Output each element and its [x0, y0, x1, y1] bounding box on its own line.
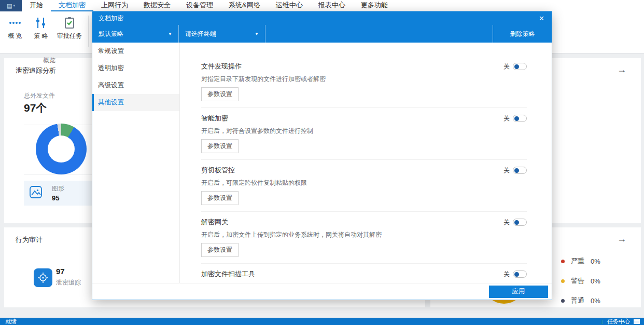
download-arrow-icon[interactable]: ↓ [601, 318, 604, 324]
menu-item[interactable]: 开始 [22, 0, 51, 11]
card-title: 泄密追踪分析 [16, 66, 56, 75]
toggle-knob [514, 64, 519, 69]
menu-item[interactable]: 系统&网络 [221, 0, 268, 11]
setting-description: 开启后，可限定跨软件复制粘贴的权限 [201, 179, 527, 186]
clipboard-check-icon [63, 16, 76, 30]
tool-overview[interactable]: 概 览 [2, 15, 28, 40]
terminal-dropdown[interactable]: 请选择终端 ▼ [179, 25, 265, 43]
alert-legend: 严重 0% 警告 0% 普通 0% [561, 256, 600, 305]
grid-icon [8, 16, 22, 30]
setting-title: 加密文件扫描工具 [201, 269, 255, 279]
legend-value: 0% [591, 297, 600, 305]
legend-value: 0% [591, 277, 600, 285]
list-item-value: 95 [52, 194, 64, 202]
toggle-switch[interactable] [513, 270, 527, 278]
menu-item[interactable]: 文档加密 [51, 0, 93, 11]
sidebar-item[interactable]: 其他设置 [92, 94, 179, 111]
stat-value: 97个 [24, 101, 47, 115]
parameter-settings-button[interactable]: 参数设置 [201, 87, 239, 101]
tool-label: 审批任务 [57, 32, 82, 40]
toggle-switch[interactable] [513, 63, 527, 70]
terminal-dropdown-placeholder: 请选择终端 [185, 30, 216, 38]
tool-approval-tasks[interactable]: 审批任务 [54, 15, 85, 40]
toolbar-spacer [265, 25, 493, 43]
close-icon[interactable]: ✕ [539, 15, 544, 22]
menu-items: 开始文档加密上网行为数据安全设备管理系统&网络运维中心报表中心更多功能 [22, 0, 396, 11]
task-window-icon[interactable] [634, 319, 640, 324]
stat-label: 总外发文件 [24, 91, 55, 100]
dialog-toolbar: 默认策略 ▼ 请选择终端 ▼ 删除策略 [92, 25, 552, 43]
legend-item: 普通 0% [561, 296, 600, 305]
sidebar-item[interactable]: 高级设置 [92, 77, 179, 94]
menu-bar: ▤ ▾ 开始文档加密上网行为数据安全设备管理系统&网络运维中心报表中心更多功能 [0, 0, 644, 11]
setting-title: 解密网关 [201, 218, 228, 227]
ribbon-group-label: 概览 [29, 56, 70, 65]
dialog-footer: 应用 [92, 283, 552, 300]
policy-dropdown-value: 默认策略 [99, 30, 123, 38]
legend-label: 普通 [571, 296, 584, 305]
setting-title: 文件发现操作 [201, 62, 242, 71]
setting-row: 智能加密 关 开启后，对符合设置参数的文件进行控制 参数设置 [201, 108, 527, 160]
image-icon [29, 185, 43, 201]
setting-description: 对指定目录下新发现的文件进行加密或者解密 [201, 75, 527, 82]
card-title: 行为审计 [16, 235, 43, 245]
tool-label: 策 略 [34, 32, 48, 40]
setting-description: 开启后，对符合设置参数的文件进行控制 [201, 127, 527, 134]
chevron-down-icon: ▾ [13, 4, 15, 8]
app-menu-button[interactable]: ▤ ▾ [0, 0, 22, 11]
menu-item[interactable]: 更多功能 [353, 0, 396, 11]
sidebar-item[interactable]: 常规设置 [92, 43, 179, 60]
toggle-knob [514, 116, 519, 121]
toggle-knob [514, 220, 519, 225]
toggle-state-label: 关 [503, 218, 510, 227]
parameter-settings-button[interactable]: 参数设置 [201, 243, 239, 257]
toggle-state-label: 关 [503, 166, 510, 175]
legend-dot [561, 279, 565, 283]
policy-dropdown[interactable]: 默认策略 ▼ [92, 25, 179, 43]
trace-target-icon[interactable] [34, 268, 52, 287]
outbound-files-donut-chart [36, 124, 87, 174]
toggle-knob [514, 272, 519, 277]
ribbon-divider [88, 16, 89, 47]
task-center-link[interactable]: 任务中心 [607, 318, 630, 325]
apply-button[interactable]: 应用 [489, 286, 548, 298]
toggle-switch[interactable] [513, 219, 527, 226]
setting-row: 文件发现操作 关 对指定目录下新发现的文件进行加密或者解密 参数设置 [201, 56, 527, 108]
dialog-title: 文档加密 [99, 14, 123, 23]
legend-item: 严重 0% [561, 256, 600, 266]
arrow-right-icon[interactable]: → [617, 64, 626, 75]
toggle-switch[interactable] [513, 115, 527, 122]
chevron-down-icon: ▼ [168, 32, 172, 36]
dialog-titlebar: 文档加密 ✕ [92, 11, 552, 25]
parameter-settings-button[interactable]: 参数设置 [201, 139, 239, 153]
sidebar-item[interactable]: 透明加密 [92, 60, 179, 77]
setting-row: 加密文件扫描工具 关 开启后，终端可以使用扫描工具扫描本地磁盘上的加密文件及解密… [201, 264, 527, 283]
menu-item[interactable]: 上网行为 [93, 0, 136, 11]
arrow-right-icon[interactable]: → [617, 234, 626, 245]
menu-item[interactable]: 设备管理 [178, 0, 221, 11]
menu-item[interactable]: 运维中心 [268, 0, 311, 11]
list-item-label: 图形 [52, 184, 64, 193]
chevron-down-icon: ▼ [255, 32, 259, 36]
toggle-switch[interactable] [513, 167, 527, 174]
toggle-state-label: 关 [503, 270, 510, 279]
settings-content: 文件发现操作 关 对指定目录下新发现的文件进行加密或者解密 参数设置 智能加密 … [180, 43, 552, 283]
tool-policy[interactable]: 策 略 [28, 15, 54, 40]
setting-description: 开启后，加密文件上传到指定的业务系统时，网关将自动对其解密 [201, 231, 527, 238]
menu-item[interactable]: 报表中心 [311, 0, 353, 11]
toggle-state-label: 关 [503, 62, 510, 71]
legend-dot [561, 260, 565, 263]
tool-label: 概 览 [8, 32, 22, 40]
setting-title: 剪切板管控 [201, 166, 235, 175]
legend-label: 严重 [571, 256, 584, 266]
setting-title: 智能加密 [201, 114, 228, 123]
legend-label: 警告 [571, 276, 584, 286]
menu-item[interactable]: 数据安全 [136, 0, 178, 11]
audit-value: 97 [56, 267, 65, 276]
toggle-knob [514, 168, 519, 173]
legend-value: 0% [591, 258, 600, 265]
setting-row: 解密网关 关 开启后，加密文件上传到指定的业务系统时，网关将自动对其解密 参数设… [201, 212, 527, 264]
delete-policy-button[interactable]: 删除策略 [493, 25, 552, 43]
sliders-icon [34, 16, 48, 30]
parameter-settings-button[interactable]: 参数设置 [201, 191, 239, 205]
